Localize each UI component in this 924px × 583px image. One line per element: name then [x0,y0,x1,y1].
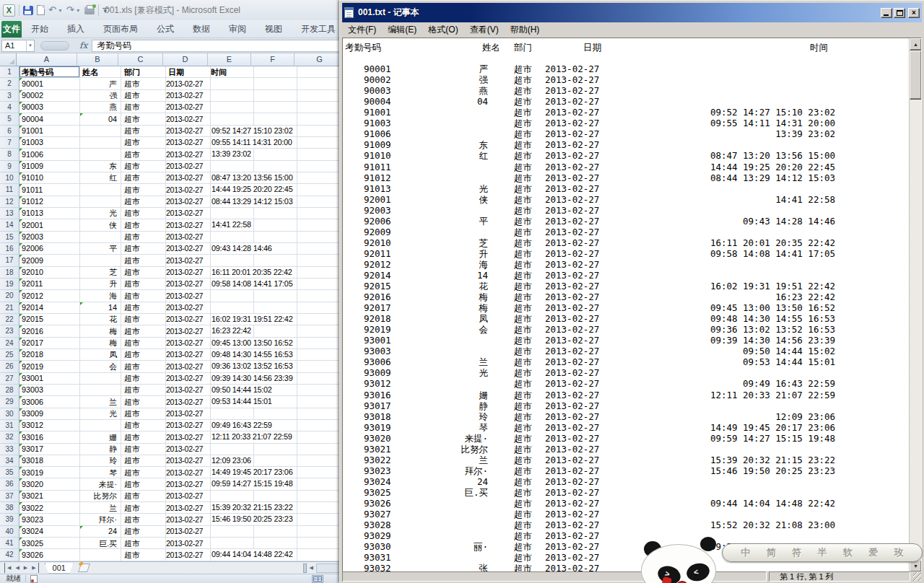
grid-cell[interactable] [254,113,297,125]
scroll-up-button[interactable]: ▲ [910,38,922,51]
grid-cell[interactable]: 92006 [19,243,80,255]
grid-cell[interactable]: 2013-02-27 [166,478,211,490]
table-row[interactable]: 4293026超市2013-02-2709:44 14:04 14:48 22:… [0,549,345,561]
table-row[interactable]: 791003超市2013-02-2709:55 14:11 14:31 20:0… [0,137,345,149]
grid-cell[interactable]: 超市 [121,137,166,149]
select-all-corner[interactable] [0,53,17,66]
table-row[interactable]: 3393017静超市2013-02-27 [0,444,345,455]
grid-cell[interactable] [297,172,345,184]
grid-cell[interactable]: 2013-02-27 [166,538,211,549]
grid-cell[interactable]: 92011 [19,279,80,290]
grid-cell[interactable]: 海 [80,290,121,302]
grid-cell[interactable]: 92015 [19,314,80,325]
grid-cell[interactable]: 超市 [121,314,166,325]
row-header-19[interactable]: 19 [0,279,19,290]
row-header-33[interactable]: 33 [0,444,19,455]
cell-times-overflow[interactable]: 09:52 14:27 15:10 23:02 [212,126,295,136]
next-sheet-button[interactable]: ▶ [22,563,30,573]
cell-times-overflow[interactable]: 09:49 16:43 22:59 [212,420,274,431]
grid-cell[interactable] [80,385,121,396]
row-header-9[interactable]: 9 [0,161,19,172]
grid-cell[interactable]: 93017 [19,444,80,455]
grid-cell[interactable]: 92018 [19,349,80,361]
normal-view-icon[interactable] [312,575,323,583]
row-header-12[interactable]: 12 [0,196,19,208]
grid-cell[interactable]: 花 [80,314,121,325]
scroll-down-button[interactable]: ▼ [910,560,922,572]
grid-cell[interactable]: 超市 [121,267,166,279]
grid-cell[interactable]: 2013-02-27 [166,502,211,514]
row-header-14[interactable]: 14 [0,219,19,231]
insert-function-icon[interactable]: fx [79,40,87,51]
grid-cell[interactable]: 超市 [121,290,166,302]
row-header-1[interactable]: 1 [0,66,19,78]
grid-cell[interactable] [297,113,345,125]
grid-cell[interactable]: 2013-02-27 [166,431,211,443]
grid-cell[interactable]: 2013-02-27 [166,467,211,478]
column-header-E[interactable]: E [208,53,251,66]
grid-cell[interactable]: 93025 [19,538,80,549]
grid-cell[interactable]: 超市 [121,196,166,208]
grid-cell[interactable] [211,113,254,125]
grid-cell[interactable]: 超市 [121,208,166,219]
grid-cell[interactable]: 巨.买 [80,538,121,549]
grid-cell[interactable]: 超市 [121,478,166,490]
grid-cell[interactable] [211,526,254,538]
table-row[interactable]: 1792009超市2013-02-27 [0,255,345,266]
grid-cell[interactable]: 92014 [19,302,80,314]
row-header-28[interactable]: 28 [0,385,19,396]
grid-cell[interactable]: 91010 [19,172,80,184]
grid-cell[interactable]: 超市 [121,549,166,561]
grid-cell[interactable] [297,408,345,420]
menu-item[interactable]: 查看(V) [464,24,505,36]
table-row[interactable]: 3093009光超市2013-02-27 [0,408,345,420]
row-header-26[interactable]: 26 [0,361,19,372]
grid-cell[interactable]: 琴 [80,467,121,478]
grid-cell[interactable]: 梅 [80,325,121,337]
maximize-button[interactable] [894,8,905,18]
grid-cell[interactable] [80,126,121,137]
row-header-25[interactable]: 25 [0,349,19,361]
grid-cell[interactable] [297,467,345,478]
row-header-40[interactable]: 40 [0,526,19,538]
grid-cell[interactable]: 2013-02-27 [166,126,211,137]
grid-cell[interactable] [297,478,345,490]
row-header-18[interactable]: 18 [0,267,19,279]
grid-cell[interactable]: 2013-02-27 [166,78,211,89]
row-header-7[interactable]: 7 [0,137,19,149]
first-sheet-button[interactable]: ◀ [4,563,13,573]
grid-cell[interactable] [211,90,254,102]
grid-cell[interactable]: 91011 [19,184,80,196]
grid-cell[interactable] [297,361,345,372]
header-row[interactable]: 1考勤号码姓名部门日期时间 [0,66,345,78]
table-row[interactable]: 390002强超市2013-02-27 [0,90,345,102]
grid-cell[interactable] [297,444,345,455]
grid-cell[interactable]: 严 [80,78,121,89]
grid-cell[interactable] [211,102,254,113]
grid-cell[interactable]: 部门 [121,66,166,78]
grid-cell[interactable]: 姗 [80,431,121,443]
grid-cell[interactable] [80,373,121,385]
table-row[interactable]: 1291012超市2013-02-2708:44 13:29 14:12 15:… [0,196,345,208]
cell-times-overflow[interactable]: 09:43 14:28 14:46 [212,243,274,254]
grid-cell[interactable] [80,420,121,431]
row-header-13[interactable]: 13 [0,208,19,219]
grid-cell[interactable]: 2013-02-27 [166,219,211,231]
row-header-8[interactable]: 8 [0,149,19,160]
last-sheet-button[interactable]: ▶ [30,563,38,573]
grid-cell[interactable]: 超市 [121,279,166,290]
grid-cell[interactable]: 93026 [19,549,80,561]
grid-cell[interactable]: 92009 [19,255,80,266]
cell-times-overflow[interactable]: 09:53 14:44 15:01 [212,396,274,407]
cell-times-overflow[interactable]: 12:09 23:06 [212,455,253,466]
grid-cell[interactable]: 日期 [166,66,211,78]
grid-cell[interactable]: 超市 [121,325,166,337]
grid-cell[interactable] [80,184,121,196]
row-header-39[interactable]: 39 [0,514,19,525]
table-row[interactable]: 2392016梅超市2013-02-2716:23 22:42 [0,325,345,337]
grid-cell[interactable] [254,325,297,337]
grid-cell[interactable]: 91001 [19,126,80,137]
grid-cell[interactable]: 2013-02-27 [166,549,211,561]
grid-cell[interactable] [80,149,121,160]
grid-cell[interactable]: 超市 [121,420,166,431]
